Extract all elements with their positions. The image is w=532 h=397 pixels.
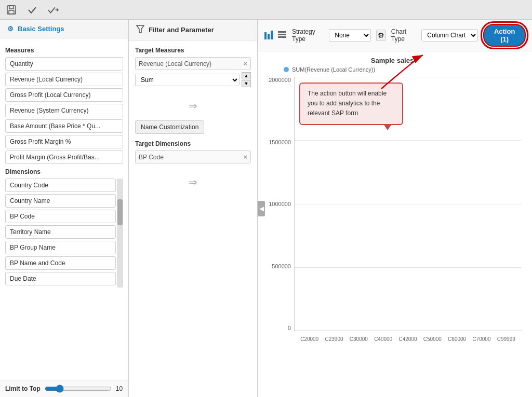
svg-rect-7 (278, 31, 286, 33)
aggregate-select[interactable]: Sum Count Average (135, 74, 240, 86)
basic-settings-header: ⚙ Basic Settings (0, 20, 128, 38)
check-icon[interactable] (26, 4, 38, 16)
dimension-item-country-name[interactable]: Country Name (5, 194, 116, 208)
basic-settings-title: Basic Settings (18, 25, 64, 33)
chart-toolbar: Strategy Type None Trend Forecast ⚙ Char… (258, 20, 532, 51)
chart-type-label: Chart Type (391, 28, 417, 43)
chart-type-select[interactable]: Column Chart Bar Chart Line Chart Pie Ch… (421, 29, 478, 42)
target-dimensions-label: Target Dimensions (135, 140, 251, 147)
bp-code-value: BP Code (139, 154, 164, 161)
limit-label: Limit to Top (5, 385, 41, 392)
limit-slider[interactable] (45, 385, 112, 393)
svg-rect-6 (271, 31, 273, 39)
limit-value: 10 (116, 385, 126, 392)
left-panel: ⚙ Basic Settings Measures Quantity Reven… (0, 20, 129, 397)
filter-icon (136, 25, 144, 35)
x-label-c60000: C60000 (447, 336, 467, 342)
dimension-item-territory-name[interactable]: Territory Name (5, 225, 116, 239)
y-label-500000: 500000 (272, 263, 291, 269)
target-measure-remove-btn[interactable]: × (243, 60, 247, 67)
aggregate-up-btn[interactable]: ▲ (242, 72, 251, 79)
limit-bar-container: Limit to Top 10 (0, 380, 128, 397)
strategy-type-select[interactable]: None Trend Forecast (329, 29, 371, 42)
filter-parameter-header: Filter and Parameter (129, 20, 257, 40)
measures-list: Quantity Revenue (Local Currency) Gross … (5, 57, 123, 164)
dimensions-label: Dimensions (5, 168, 123, 175)
x-axis-labels: C20000 C23900 C30000 C40000 C42000 C5000… (294, 331, 522, 347)
y-axis: 2000000 1500000 1000000 500000 0 (263, 77, 294, 331)
dimensions-scrollbar-thumb[interactable] (117, 199, 123, 225)
target-dimensions-section: Target Dimensions BP Code × (135, 140, 251, 163)
x-label-c42000: C42000 (397, 336, 418, 342)
left-panel-body: Measures Quantity Revenue (Local Currenc… (0, 38, 128, 380)
dimension-item-bp-group[interactable]: BP Group Name (5, 241, 116, 254)
collapse-middle-btn[interactable]: ◀ (258, 201, 265, 216)
aggregate-arrows: ▲ ▼ (242, 72, 251, 87)
x-label-c30000: C30000 (349, 336, 369, 342)
dimension-item-bp-name-code[interactable]: BP Name and Code (5, 256, 116, 270)
x-label-c23900: C23900 (324, 336, 344, 342)
right-panel: Strategy Type None Trend Forecast ⚙ Char… (258, 20, 532, 397)
svg-rect-1 (9, 6, 14, 9)
measures-label: Measures (5, 47, 123, 54)
x-label-c20000: C20000 (299, 336, 320, 342)
dimension-item-country-code[interactable]: Country Code (5, 179, 116, 192)
bar-chart-icon[interactable] (264, 30, 274, 41)
middle-panel: Filter and Parameter Target Measures Rev… (129, 20, 258, 397)
transfer-arrow-measures: ⇒ (135, 95, 251, 116)
svg-rect-8 (278, 34, 286, 35)
legend-dot (284, 67, 289, 72)
chart-area: Sample sales SUM(Revenue (Local Currency… (258, 51, 532, 397)
svg-rect-4 (264, 32, 267, 39)
x-label-c50000: C50000 (422, 336, 443, 342)
bp-code-remove-btn[interactable]: × (243, 153, 247, 161)
save-icon[interactable] (5, 4, 18, 16)
chart-legend: SUM(Revenue (Local Currency)) (263, 66, 522, 73)
target-measures-label: Target Measures (135, 47, 251, 54)
main-content: ⚙ Basic Settings Measures Quantity Reven… (0, 20, 532, 397)
svg-rect-2 (9, 10, 14, 14)
y-label-0: 0 (288, 325, 291, 331)
target-measure-value: Revenue (Local Currency) (139, 60, 211, 67)
target-measures-section: Target Measures Revenue (Local Currency)… (135, 47, 251, 87)
measure-item-quantity[interactable]: Quantity (5, 57, 123, 71)
aggregate-down-btn[interactable]: ▼ (242, 80, 251, 87)
chart-toolbar-icons (264, 30, 287, 41)
callout-tooltip: The action button will enable you to add… (299, 83, 403, 125)
dimension-item-due-date[interactable]: Due Date (5, 272, 116, 285)
middle-panel-body: Target Measures Revenue (Local Currency)… (129, 40, 257, 397)
measure-item-base-amount[interactable]: Base Amount (Base Price * Qu... (5, 119, 123, 133)
y-label-1500000: 1500000 (269, 139, 291, 145)
x-label-c70000: C70000 (471, 336, 491, 342)
check-arrow-icon[interactable] (47, 4, 59, 16)
aggregate-row: Sum Count Average ▲ ▼ (135, 72, 251, 87)
svg-rect-5 (268, 34, 270, 39)
strategy-type-label: Strategy Type (292, 28, 324, 43)
measure-item-gross-margin[interactable]: Gross Profit Margin % (5, 135, 123, 148)
chart-title: Sample sales (263, 57, 522, 64)
dimensions-list-container: Country Code Country Name BP Code Territ… (5, 179, 123, 288)
name-customization-btn[interactable]: Name Customization (135, 120, 204, 134)
dimension-item-bp-code[interactable]: BP Code (5, 210, 116, 223)
target-measure-row: Revenue (Local Currency) × (135, 57, 251, 70)
callout-text: The action button will enable you to add… (308, 90, 387, 117)
measure-item-profit-margin[interactable]: Profit Margin (Gross Profit/Bas... (5, 150, 123, 164)
y-label-1000000: 1000000 (269, 201, 291, 207)
y-label-2000000: 2000000 (269, 77, 291, 83)
measure-item-revenue-local[interactable]: Revenue (Local Currency) (5, 73, 123, 86)
svg-rect-9 (278, 36, 286, 38)
measure-item-gross-profit-local[interactable]: Gross Profit (Local Currency) (5, 88, 123, 102)
action-button[interactable]: Action (1) (483, 24, 526, 47)
measure-item-revenue-system[interactable]: Revenue (System Currency) (5, 104, 123, 117)
legend-label: SUM(Revenue (Local Currency)) (292, 66, 375, 73)
svg-marker-3 (137, 25, 144, 33)
list-icon[interactable] (277, 31, 287, 40)
gear-icon: ⚙ (7, 25, 14, 33)
transfer-arrow-dimensions: ⇒ (135, 172, 251, 193)
chart-settings-btn[interactable]: ⚙ (376, 30, 386, 41)
bp-code-row: BP Code × (135, 150, 251, 163)
dimensions-scrollbar[interactable] (117, 179, 123, 288)
x-label-c40000: C40000 (373, 336, 393, 342)
filter-parameter-title: Filter and Parameter (149, 26, 214, 34)
x-label-c99999: C99999 (496, 336, 516, 342)
